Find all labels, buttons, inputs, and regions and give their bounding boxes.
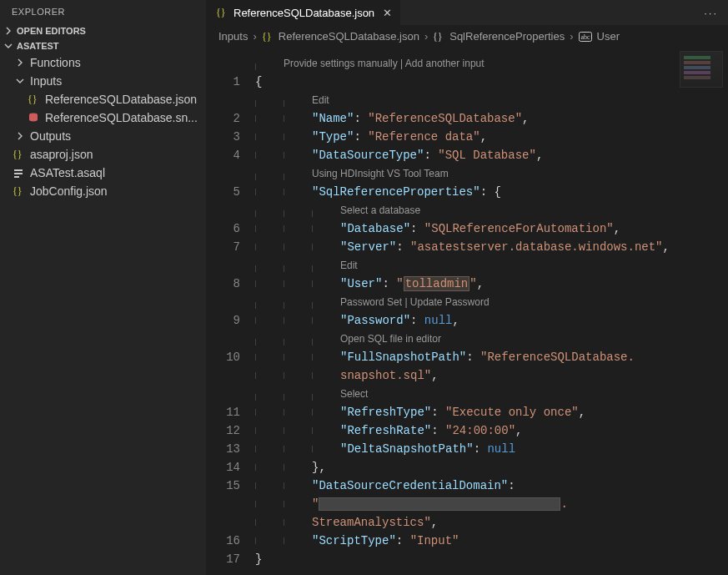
tree-file-jobconfig[interactable]: {} JobConfig.json (0, 182, 206, 200)
svg-text:{}: {} (262, 31, 272, 43)
explorer-sidebar: EXPLORER OPEN EDITORS ASATEST Functions … (0, 0, 207, 575)
minimap[interactable] (680, 51, 723, 88)
code-content[interactable]: Provide settings manually | Add another … (255, 48, 728, 575)
tree-label: Outputs (30, 129, 71, 143)
chevron-down-icon (3, 41, 13, 51)
codelens-update-password[interactable]: Update Password (410, 296, 490, 308)
chevron-right-icon (15, 131, 25, 141)
codelens-hdinsight[interactable]: Using HDInsight VS Tool Team (312, 168, 449, 179)
chevron-right-icon (15, 58, 25, 68)
tree-folder-outputs[interactable]: Outputs (0, 127, 206, 145)
tree-label: Functions (30, 56, 81, 69)
tree-label: asaproj.json (30, 148, 93, 161)
line-gutter: 1 2 3 4 5 6 7 8 9 10 11 12 13 14 15 16 (207, 48, 255, 575)
open-editors-label: OPEN EDITORS (17, 26, 86, 36)
breadcrumb-sep: › (424, 30, 428, 43)
svg-text:abc: abc (580, 33, 590, 41)
codelens-select-db[interactable]: Select a database (340, 204, 420, 216)
svg-text:{}: {} (216, 7, 226, 18)
tab-active[interactable]: {} ReferenceSQLDatabase.json ✕ (207, 0, 401, 25)
codelens-edit[interactable]: Edit (312, 94, 329, 106)
json-icon: {} (262, 31, 274, 43)
breadcrumb-sep: › (253, 30, 256, 43)
redacted-value (319, 497, 560, 511)
tree-file-asaql[interactable]: ASATest.asaql (0, 164, 206, 182)
svg-text:{}: {} (13, 149, 23, 160)
close-icon[interactable]: ✕ (383, 7, 392, 19)
asaql-icon (12, 166, 25, 179)
svg-rect-4 (14, 173, 23, 174)
breadcrumb-item[interactable]: ReferenceSQLDatabase.json (279, 30, 419, 43)
svg-text:{}: {} (28, 93, 38, 105)
tree-file-json[interactable]: {} ReferenceSQLDatabase.json (0, 90, 206, 108)
project-label: ASATEST (17, 41, 59, 51)
codelens-add-input[interactable]: Add another input (405, 58, 484, 69)
editor[interactable]: 1 2 3 4 5 6 7 8 9 10 11 12 13 14 15 16 (207, 48, 728, 575)
tree-folder-inputs[interactable]: Inputs (0, 72, 206, 90)
chevron-right-icon (3, 26, 13, 36)
svg-text:{}: {} (433, 31, 443, 43)
tab-bar: {} ReferenceSQLDatabase.json ✕ ··· (207, 0, 728, 25)
database-icon (27, 111, 40, 124)
codelens-open-sql[interactable]: Open SQL file in editor (340, 333, 441, 345)
svg-text:{}: {} (13, 185, 23, 197)
json-icon: {} (215, 6, 228, 19)
breadcrumb-item[interactable]: Inputs (218, 30, 248, 43)
string-icon: abc (579, 32, 592, 42)
breadcrumb-sep: › (570, 30, 573, 43)
codelens-provide-settings[interactable]: Provide settings manually (284, 58, 398, 69)
open-editors-section[interactable]: OPEN EDITORS (0, 23, 206, 38)
tree-label: ReferenceSQLDatabase.json (45, 93, 197, 106)
braces-icon: {} (433, 31, 444, 43)
svg-rect-3 (14, 169, 23, 171)
tree-label: JobConfig.json (30, 184, 108, 198)
breadcrumb[interactable]: Inputs › {} ReferenceSQLDatabase.json › … (207, 25, 728, 48)
json-icon: {} (12, 184, 25, 198)
editor-main: {} ReferenceSQLDatabase.json ✕ ··· Input… (207, 0, 728, 575)
explorer-title: EXPLORER (0, 0, 206, 23)
tab-label: ReferenceSQLDatabase.json (233, 7, 374, 19)
tree-label: Inputs (30, 74, 62, 88)
tab-more-button[interactable]: ··· (694, 0, 728, 25)
codelens-select[interactable]: Select (340, 388, 368, 400)
json-icon: {} (27, 93, 40, 106)
svg-rect-5 (14, 176, 19, 178)
tree-label: ASATest.asaql (30, 166, 105, 179)
tree-label: ReferenceSQLDatabase.sn... (45, 111, 198, 124)
project-section[interactable]: ASATEST (0, 38, 206, 53)
breadcrumb-item[interactable]: User (597, 30, 620, 43)
json-icon: {} (12, 148, 25, 161)
tree-file-snapshot[interactable]: ReferenceSQLDatabase.sn... (0, 108, 206, 127)
chevron-down-icon (15, 76, 25, 86)
tree-folder-functions[interactable]: Functions (0, 53, 206, 72)
codelens-password-set[interactable]: Password Set (340, 296, 402, 308)
breadcrumb-item[interactable]: SqlReferenceProperties (449, 30, 565, 43)
tree-file-asaproj[interactable]: {} asaproj.json (0, 145, 206, 164)
codelens-edit[interactable]: Edit (340, 260, 358, 271)
